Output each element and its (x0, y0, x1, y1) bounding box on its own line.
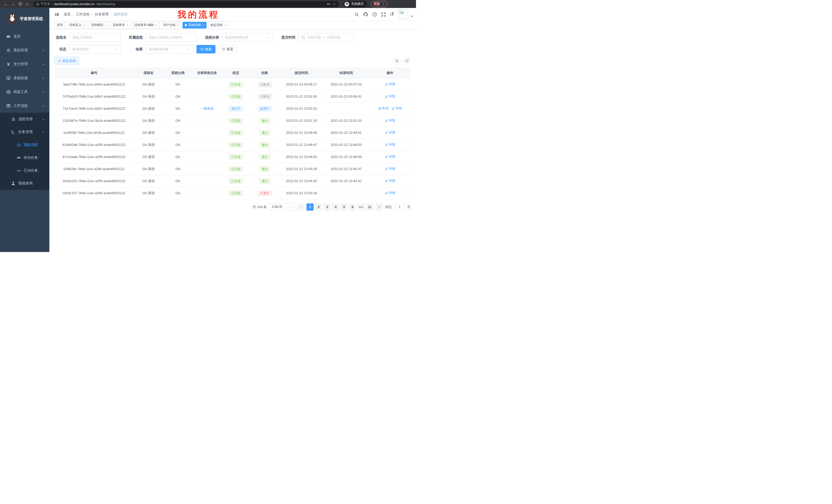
monitor-icon (6, 76, 11, 81)
breadcrumb-item[interactable]: 工作流程 (76, 12, 90, 17)
page-number-button[interactable]: 6 (349, 203, 356, 211)
sidebar-item-system[interactable]: 系统管理 (0, 44, 49, 57)
detail-link[interactable]: 详情 (385, 82, 395, 87)
key-icon[interactable] (327, 2, 331, 6)
avatar[interactable] (398, 9, 408, 19)
security-label: 不安全 (41, 2, 50, 6)
reload-icon[interactable] (17, 1, 23, 7)
detail-link[interactable]: 详情 (385, 94, 395, 99)
page-size-select[interactable]: 10条/页 (269, 203, 295, 211)
category-select[interactable]: 请选择流程分类 (222, 33, 273, 41)
tab-item[interactable]: 我的流程× (183, 22, 206, 29)
tab-close-icon[interactable]: × (224, 24, 226, 27)
page-ellipsis-button[interactable]: ••• (357, 203, 365, 211)
sidebar-item-task-mgmt[interactable]: 任务管理 (0, 125, 49, 138)
search-button[interactable]: 搜索 (197, 45, 215, 53)
detail-link[interactable]: 详情 (385, 167, 395, 171)
goto-page-input[interactable] (394, 203, 405, 211)
submit-time-range-picker[interactable]: 开始日期 - 结束日期 (298, 33, 354, 41)
app-logo[interactable]: 芋道管理系统 (0, 8, 49, 30)
forward-icon[interactable]: → (10, 1, 16, 7)
tab-close-icon[interactable]: × (177, 24, 179, 27)
sidebar-collapse-icon[interactable] (55, 12, 59, 17)
sidebar-item-home[interactable]: 首页 (0, 30, 49, 44)
sidebar-item-leave-query[interactable]: 请假查询 (0, 177, 49, 190)
page-number-button[interactable]: 11 (366, 203, 373, 211)
reset-button[interactable]: 重置 (218, 45, 237, 53)
github-icon[interactable] (363, 12, 368, 17)
breadcrumb-item[interactable]: 任务管理 (95, 12, 109, 17)
sidebar-item-devtools[interactable]: 研发工具 (0, 85, 49, 99)
help-icon[interactable]: ? (372, 12, 377, 17)
detail-link[interactable]: 详情 (385, 131, 395, 135)
cell-submit-time: 2022-01-22 23:51:15 (280, 115, 323, 127)
current-task-link[interactable]: 一级审批 (200, 107, 214, 110)
url-bar[interactable]: 不安全 dashboard.yudao.iocoder.cn /bpm/task… (33, 1, 339, 7)
sidebar-item-todo-tasks[interactable]: 待办任务 (0, 151, 49, 164)
sidebar-item-infra[interactable]: 基础设施 (0, 71, 49, 85)
detail-link[interactable]: 详情 (385, 179, 395, 183)
status-select[interactable]: 请选择状态 (69, 45, 121, 53)
tab-close-icon[interactable]: × (155, 24, 157, 27)
back-icon[interactable]: ← (3, 1, 9, 7)
toggle-search-button[interactable] (393, 57, 400, 64)
cancel-link[interactable]: 取消 (378, 106, 389, 111)
page-number-button[interactable]: 5 (340, 203, 347, 211)
sidebar-item-my-process[interactable]: 我的流程 (0, 138, 49, 151)
page-number-button[interactable]: 2 (315, 203, 322, 211)
page-number-button[interactable]: 1 (307, 203, 314, 211)
tab-item[interactable]: 首页 (54, 22, 65, 29)
tab-close-icon[interactable]: × (83, 24, 85, 27)
sidebar-item-done-tasks[interactable]: 已办任务 (0, 164, 49, 177)
result-tag: 不通过 (258, 190, 272, 196)
tab-item[interactable]: 发起流程× (208, 22, 228, 29)
tab-item[interactable]: 流程表单× (110, 22, 130, 29)
cell-category: OA (163, 115, 192, 127)
bookmark-star-icon[interactable]: ☆ (333, 2, 336, 6)
process-definition-input[interactable] (146, 33, 197, 41)
cell-submit-time: 2022-01-22 23:53:32 (280, 103, 323, 115)
sidebar-item-workflow[interactable]: 工作流程 (0, 99, 49, 113)
tab-close-icon[interactable]: × (202, 24, 204, 27)
workflow-submenu: 流程管理 任务管理 我的流程 待办任务 (0, 113, 49, 190)
detail-link[interactable]: 详情 (385, 143, 395, 147)
refresh-button[interactable] (403, 57, 411, 64)
cell-id: 7470a810-7b9b-11ec-b5b7-acde48001122 (54, 90, 133, 103)
tab-close-icon[interactable]: × (105, 24, 106, 27)
home-icon[interactable]: ⌂ (24, 1, 30, 7)
chevron-down-icon (42, 91, 45, 93)
sidebar-item-payment[interactable]: ¥ 支付管理 (0, 57, 49, 71)
cell-actions: 详情 (369, 163, 411, 175)
filter-definition-label: 所属流程 (127, 35, 143, 40)
create-process-button[interactable]: 发起流程 (54, 57, 79, 65)
calendar-icon (301, 36, 305, 39)
update-button[interactable]: 更新 ⋮ (371, 1, 388, 7)
tab-item[interactable]: 流程表单-编辑× (132, 22, 159, 29)
page-number-button[interactable]: 3 (323, 203, 331, 211)
tab-item[interactable]: 流程模型× (88, 22, 108, 29)
search-icon[interactable] (355, 12, 359, 17)
prev-page-button[interactable]: ‹ (297, 203, 304, 211)
browser-menu-icon[interactable]: ⋮ (382, 2, 385, 6)
tab-close-icon[interactable]: × (127, 24, 128, 27)
detail-link[interactable]: 详情 (392, 106, 402, 111)
next-page-button[interactable]: › (375, 203, 383, 211)
tab-item[interactable]: 流程定义× (67, 22, 87, 29)
breadcrumb-item[interactable]: 首页 (64, 12, 71, 17)
page-number-button[interactable]: 4 (332, 203, 339, 211)
cell-actions: 详情 (369, 175, 411, 187)
font-size-icon[interactable]: TT (390, 12, 394, 17)
detail-link[interactable]: 详情 (385, 155, 395, 159)
chevron-down-icon[interactable]: ▾ (411, 15, 412, 18)
sidebar-item-process-mgmt[interactable]: 流程管理 (0, 113, 49, 125)
tab-item[interactable]: 用户分组× (161, 22, 181, 29)
fullscreen-icon[interactable] (381, 12, 386, 17)
edit-pencil-icon (385, 119, 388, 122)
dashboard-icon (6, 34, 11, 39)
column-header: 操作 (369, 67, 411, 78)
result-select[interactable]: 请选择流结果 (146, 45, 193, 53)
app-title: 芋道管理系统 (20, 17, 43, 21)
detail-link[interactable]: 详情 (385, 118, 395, 123)
detail-link[interactable]: 详情 (385, 191, 395, 195)
process-name-input[interactable] (69, 33, 121, 41)
